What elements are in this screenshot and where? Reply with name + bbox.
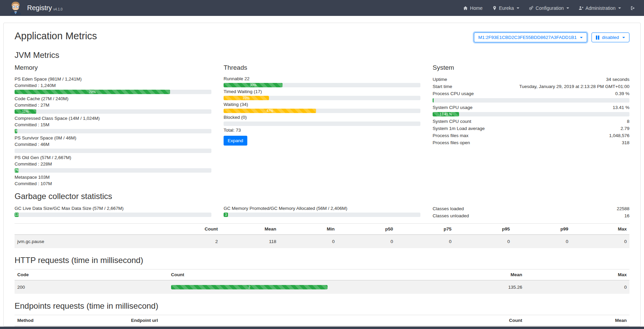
thread-state: Waiting (34) 47% xyxy=(224,102,420,113)
memory-pool: Code Cache (27M / 240M) Committed : 27M … xyxy=(15,95,211,114)
caret-down-icon xyxy=(618,7,621,9)
memory-pool-progress: 2% xyxy=(15,168,211,173)
threads-panel: Threads Runnable 22 30% Timed Waiting (1… xyxy=(224,64,420,187)
memory-pool: PS Old Gen (57M / 2,667M) Committed : 22… xyxy=(15,154,211,173)
memory-heading: Memory xyxy=(15,64,211,71)
thread-state: Timed Waiting (17) 23% xyxy=(224,89,420,100)
table-header-row: Method Endpoint url Count Mean xyxy=(15,315,629,326)
nav-administration-label: Administration xyxy=(585,5,616,11)
refresh-toggle-dropdown[interactable]: disabled xyxy=(591,32,629,42)
progress-bar-fill: 13.41 % xyxy=(433,112,459,116)
progress-bar-fill xyxy=(433,98,434,103)
table-row: 200 2 135.26 0 xyxy=(15,280,629,294)
gc-pause-table: Count Mean Min p50 p75 p95 p99 Max jvm.g… xyxy=(15,223,629,248)
caret-down-icon xyxy=(566,7,569,9)
thread-progress: 47% xyxy=(224,109,420,113)
progress-bar-fill: 1% xyxy=(15,129,17,133)
classes-row: Classes unloaded 16 xyxy=(433,212,629,219)
table-header-row: Count Mean Min p50 p75 p95 p99 Max xyxy=(15,224,629,235)
jvm-metrics-heading: JVM Metrics xyxy=(15,50,629,60)
progress-bar-fill: 23% xyxy=(224,96,269,100)
top-navbar: Registry v4.1.0 Home Eureka Configuratio… xyxy=(0,0,644,16)
jvm-metrics-row: Memory PS Eden Space (981M / 1,241M) Com… xyxy=(15,64,629,187)
page-header: Application Metrics M1:2F93E1CBD2C3FE55B… xyxy=(15,30,629,42)
nav-administration[interactable]: Administration xyxy=(579,5,621,11)
brand-version: v4.1.0 xyxy=(53,5,62,11)
system-heading: System xyxy=(433,64,629,71)
instance-selector-value: M1:2F93E1CBD2C3FE55BDD8627A3FADD1B1 xyxy=(478,35,577,40)
endpoints-requests-heading: Endpoints requests (time in millisecond) xyxy=(15,301,629,311)
logo-glasses-right xyxy=(16,6,19,8)
sign-out-icon xyxy=(630,6,635,10)
progress-bar-fill: 79% xyxy=(15,90,170,94)
nav-signout[interactable] xyxy=(630,6,635,10)
nav-eureka-label: Eureka xyxy=(499,5,514,11)
gears-icon xyxy=(529,6,534,10)
instance-selector-dropdown[interactable]: M1:2F93E1CBD2C3FE55BDD8627A3FADD1B1 xyxy=(474,32,587,42)
gc-heading: Garbage collector statistics xyxy=(15,192,629,201)
caret-down-icon xyxy=(622,37,625,38)
caret-down-icon xyxy=(580,37,583,38)
thread-state: Runnable 22 30% xyxy=(224,76,420,87)
memory-pool-progress: 11% xyxy=(15,109,211,114)
system-row: System CPU count 8 xyxy=(433,118,629,125)
memory-pool: Metaspace 103M Committed : 107M xyxy=(15,174,211,187)
progress-bar-fill: 2% xyxy=(15,168,19,173)
progress-bar-fill: 2 xyxy=(171,285,328,289)
metrics-page: Application Metrics M1:2F93E1CBD2C3FE55B… xyxy=(3,23,641,327)
thread-state: Blocked (0) 0% xyxy=(224,114,420,126)
brand-title: Registry xyxy=(27,4,52,12)
http-count-progress: 2 xyxy=(171,285,328,289)
gc-live-data: GC Live Data Size/GC Max Data Size (57M … xyxy=(15,205,211,219)
progress-bar-fill: 3 xyxy=(224,213,228,217)
progress-bar-fill: 13 xyxy=(15,213,19,217)
memory-pool: PS Eden Space (981M / 1,241M) Committed … xyxy=(15,76,211,94)
jhipster-logo xyxy=(9,1,22,15)
expand-button[interactable]: Expand xyxy=(224,136,247,146)
memory-pool: PS Survivor Space (0M / 46M) Committed :… xyxy=(15,135,211,153)
gc-classes: Classes loaded 22588 Classes unloaded 16 xyxy=(433,205,629,219)
caret-down-icon xyxy=(517,7,519,9)
system-row: System 1m Load average 2.79 xyxy=(433,125,629,132)
system-row: Process files open 318 xyxy=(433,139,629,146)
navbar-menu: Home Eureka Configuration Administration xyxy=(463,5,635,11)
memory-pool-progress: 1% xyxy=(15,129,211,133)
table-header-row: Code Count Mean Max xyxy=(15,269,629,281)
gc-promoted-progress: 3 xyxy=(224,213,420,217)
system-row: Process files max 1,048,576 xyxy=(433,132,629,139)
thread-progress: 30% xyxy=(224,83,420,87)
brand-link[interactable]: Registry v4.1.0 xyxy=(9,1,63,15)
http-requests-heading: HTTP requests (time in millisecond) xyxy=(15,256,629,265)
progress-bar-fill: 30% xyxy=(224,83,283,87)
logo-bowtie xyxy=(15,12,17,13)
nav-home[interactable]: Home xyxy=(463,5,482,11)
user-plus-icon xyxy=(579,6,583,10)
nav-eureka[interactable]: Eureka xyxy=(492,5,519,11)
classes-row: Classes loaded 22588 xyxy=(433,205,629,212)
threads-total: Total: 73 xyxy=(224,128,420,133)
thread-progress: 0% xyxy=(224,122,420,126)
refresh-toggle-label: disabled xyxy=(602,35,619,40)
memory-panel: Memory PS Eden Space (981M / 1,241M) Com… xyxy=(15,64,211,187)
logo-glasses-left xyxy=(13,6,15,8)
system-row: System CPU usage 13.41 % xyxy=(433,104,629,111)
http-requests-table: Code Count Mean Max 200 2 135.26 0 xyxy=(15,269,629,294)
threads-heading: Threads xyxy=(224,64,420,71)
nav-home-label: Home xyxy=(470,5,482,11)
nav-configuration-label: Configuration xyxy=(536,5,564,11)
table-row: jvm.gc.pause 2 118 0 0 0 0 0 0 xyxy=(15,235,629,248)
endpoints-requests-table: Method Endpoint url Count Mean GET /mana… xyxy=(15,315,629,327)
map-marker-icon xyxy=(492,6,497,10)
memory-pool-progress: 0% xyxy=(15,149,211,153)
gc-live-progress: 13 xyxy=(15,213,211,217)
progress-bar-fill: 47% xyxy=(224,109,316,113)
progress-bar-fill: 11% xyxy=(15,109,36,114)
gc-promoted: GC Memory Promoted/GC Memory Allocated (… xyxy=(224,205,420,219)
process-cpu-progress xyxy=(433,98,629,103)
memory-pool-progress: 79% xyxy=(15,90,211,94)
system-row: Process CPU usage 0.39 % xyxy=(433,90,629,97)
system-cpu-progress: 13.41 % xyxy=(433,112,629,116)
thread-progress: 23% xyxy=(224,96,420,100)
nav-configuration[interactable]: Configuration xyxy=(529,5,569,11)
memory-pool: Compressed Class Space (14M / 1,024M) Co… xyxy=(15,115,211,133)
